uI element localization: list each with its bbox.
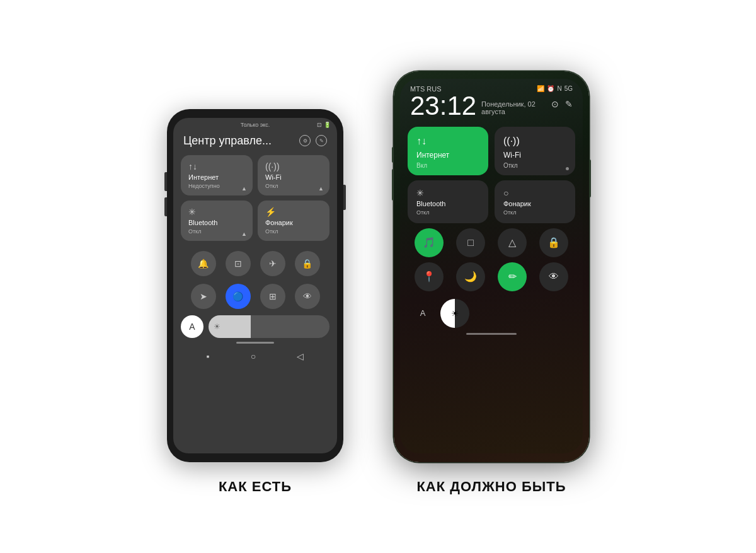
internet-icon-new: ↑↓ [416,136,479,147]
bluetooth-title: Bluetooth [188,219,245,226]
small-buttons-row-2: ➤ 🔵 ⊞ 👁 [173,279,337,311]
status-text-old: Только экс. [241,122,270,128]
status-bar-old: Только экс. ⊡ 🔋 [173,118,337,129]
edit-action-icon[interactable]: ✎ [565,99,573,109]
brightness-btn-new[interactable]: ☀ [440,299,469,328]
home-indicator-new [466,333,517,335]
location-button-new[interactable]: 📍 [415,262,444,291]
recents-nav[interactable]: ▪ [207,351,210,361]
bluetooth-sub-new: Откл [416,209,479,216]
wifi-icon-new: ((·)) [503,136,566,147]
bottom-controls-new: A ☀ [400,296,583,330]
phone-old: Только экс. ⊡ 🔋 Центр управле... ⚙ ✎ [167,109,343,462]
airplane-button[interactable]: ✈ [260,251,285,276]
eye-button[interactable]: 👁 [295,284,320,309]
internet-sub: Недоступно [188,183,245,189]
vol-up-new [392,147,394,163]
wifi-dot [566,167,569,170]
wifi-tile-old[interactable]: ((·)) Wi-Fi Откл ▲ [258,155,329,195]
internet-icon: ↑↓ [188,161,245,172]
font-button-new[interactable]: A [411,302,434,325]
tiles-grid-old: ↑↓ Интернет Недоступно ▲ ((·)) Wi-Fi Отк… [173,150,337,246]
flashlight-icon: ⚡ [265,207,322,217]
back-nav[interactable]: ◁ [297,351,304,361]
cc-title-bar: Центр управле... ⚙ ✎ [173,129,337,150]
location-button[interactable]: ➤ [191,284,216,309]
mirror-button[interactable]: ⊡ [226,251,251,276]
eye-button-new[interactable]: 👁 [539,262,568,291]
brightness-icon-new: ☀ [451,308,459,318]
time-actions: ⊙ ✎ [551,99,573,113]
flashlight-tile-new[interactable]: ○ Фонарик Откл [495,180,575,223]
home-indicator-old [236,342,274,344]
status-icons-new: 📶 ⏰ N 5G [537,85,573,92]
flashlight-sub: Откл [265,228,322,235]
signal-icon: 📶 [537,85,544,92]
home-nav[interactable]: ○ [251,351,256,361]
triangle-button[interactable]: △ [498,228,527,257]
screen-old: Только экс. ⊡ 🔋 Центр управле... ⚙ ✎ [173,118,337,453]
internet-tile-new[interactable]: ↑↓ Интернет Вкл [408,127,488,175]
label-old: КАК ЕСТЬ [219,479,292,495]
screen-new: MTS RUS 📶 ⏰ N 5G 23:12 Понедельник, 02 а… [400,79,583,453]
wifi-tile-new[interactable]: ((·)) Wi-Fi Откл [495,127,575,175]
moon-button[interactable]: 🌙 [456,262,485,291]
nav-bar-old: ▪ ○ ◁ [173,346,337,364]
lock-button[interactable]: 🔒 [295,251,320,276]
wifi-title-new: Wi-Fi [503,151,566,160]
status-icons-old: ⊡ 🔋 [317,122,331,128]
cc-title-text: Центр управле... [183,134,272,148]
wifi-sub-new: Откл [503,162,566,169]
vol-up-button [164,172,167,191]
flashlight-sub-new: Откл [503,209,566,216]
cc-action-icons: ⚙ ✎ [299,135,327,146]
bluetooth-title-new: Bluetooth [416,200,479,207]
flashlight-title-new: Фонарик [503,200,566,207]
arrow-icon-3: ▲ [241,231,248,237]
flashlight-icon-new: ○ [503,188,566,198]
vol-down-new [392,169,394,201]
phone-section-new: MTS RUS 📶 ⏰ N 5G 23:12 Понедельник, 02 а… [394,71,589,495]
lock-button-new[interactable]: 🔒 [539,228,568,257]
edit-icon[interactable]: ✎ [316,135,327,146]
internet-tile-old[interactable]: ↑↓ Интернет Недоступно ▲ [181,155,253,195]
rotate-button-blue[interactable]: 🔵 [226,284,251,309]
bluetooth-tile-new[interactable]: ✳ Bluetooth Откл [408,180,488,223]
bluetooth-icon: ✳ [188,207,245,217]
settings-icon[interactable]: ⚙ [299,135,311,146]
flashlight-title: Фонарик [265,219,322,226]
screenshot-button[interactable]: ⊞ [260,284,285,309]
bell-button[interactable]: 🔔 [191,251,216,276]
icon-grid-row1: 🎵 □ △ 🔒 [400,228,583,262]
bottom-row-old: A ☀ [173,311,337,341]
flashlight-tile-old[interactable]: ⚡ Фонарик Откл [258,201,329,241]
arrow-icon-2: ▲ [318,185,324,192]
font-button[interactable]: A [181,315,203,338]
alarm-action-icon[interactable]: ⊙ [551,99,559,109]
screen-button[interactable]: □ [456,228,485,257]
battery-icon: 🔋 [324,122,331,128]
bluetooth-tile-old[interactable]: ✳ Bluetooth Откл ▲ [181,201,253,241]
pencil-button[interactable]: ✏ [498,262,527,291]
alarm-icon: ⏰ [547,85,554,92]
wifi-icon: ((·)) [265,161,322,172]
bluetooth-sub: Откл [188,228,245,235]
vol-down-button [164,197,167,216]
battery-icon-new: 5G [564,85,573,92]
date-display: Понедельник, 02 августа [481,100,551,119]
small-buttons-row-1: 🔔 ⊡ ✈ 🔒 [173,246,337,279]
internet-title: Интернет [188,173,245,181]
time-display: 23:12 [410,93,476,119]
sim-icon: ⊡ [317,122,322,128]
internet-title-new: Интернет [416,151,479,160]
music-button[interactable]: 🎵 [415,228,444,257]
wifi-title: Wi-Fi [265,173,322,181]
brightness-slider-old[interactable]: ☀ [209,315,329,338]
wifi-sub: Откл [265,183,322,189]
phone-new: MTS RUS 📶 ⏰ N 5G 23:12 Понедельник, 02 а… [394,71,589,462]
power-button-old [343,185,346,210]
icon-grid-row2: 📍 🌙 ✏ 👁 [400,262,583,296]
phone-section-old: Только экс. ⊡ 🔋 Центр управле... ⚙ ✎ [167,109,343,495]
power-btn-new [589,160,591,197]
time-row: 23:12 Понедельник, 02 августа ⊙ ✎ [400,93,583,123]
